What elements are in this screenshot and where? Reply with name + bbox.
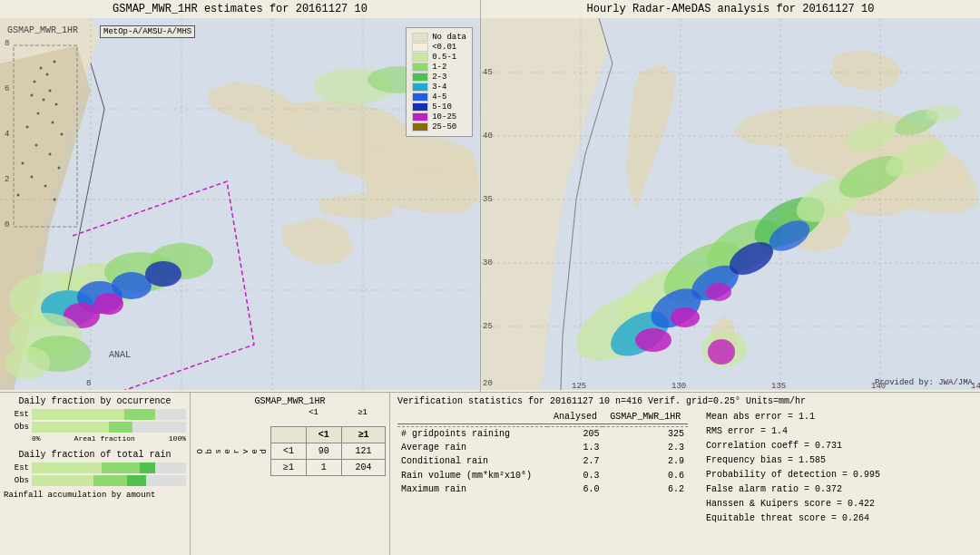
rms-error: RMS error = 1.4: [706, 424, 973, 439]
obs-rain-fill: [32, 475, 93, 486]
legend-color-5-10: [412, 102, 428, 112]
svg-text:0: 0: [5, 220, 9, 229]
est-rain-track: [32, 462, 186, 473]
svg-point-47: [5, 346, 50, 379]
est-rain-row: Est: [4, 462, 186, 473]
obs-rain-track: [32, 475, 186, 486]
legend-color-nodata: [412, 33, 428, 42]
est-occ-fill2: [124, 409, 155, 420]
obs-occ-track: [32, 422, 186, 433]
rain-chart-title: Daily fraction of total rain: [4, 450, 186, 460]
verif-header: Verification statistics for 20161127 10 …: [397, 396, 973, 406]
legend-item-5-10: 5-10: [412, 102, 466, 112]
verif-row-1: Average rain 1.3 2.3: [397, 441, 688, 454]
empty-header: [271, 427, 307, 443]
verif-label-2: Conditional rain: [397, 454, 547, 468]
svg-point-23: [52, 122, 54, 124]
verif-val-analysed-0: 205: [547, 427, 603, 442]
verif-content: Analysed GSMAP_MWR_1HR # gridpoints rain…: [397, 410, 973, 526]
svg-point-14: [40, 67, 43, 70]
legend-item-3-4: 3-4: [412, 83, 466, 92]
stats-right-section: Mean abs error = 1.1 RMS error = 1.4 Cor…: [688, 410, 973, 526]
obs-label-rain: Obs: [4, 476, 29, 485]
legend-label-05-1: 0.5-1: [432, 53, 456, 62]
legend-item-25-50: 25-50: [412, 122, 466, 131]
occurrence-chart: Est Obs 0% Areal fraction 10: [4, 409, 186, 443]
rainfall-accum-label: Rainfall accumulation by amount: [4, 491, 186, 500]
svg-text:135: 135: [771, 382, 786, 390]
svg-point-92: [926, 104, 962, 122]
bottom-row: Daily fraction by occurrence Est Obs: [0, 392, 980, 555]
svg-point-33: [54, 199, 56, 201]
svg-point-42: [145, 261, 181, 287]
occ-axis-end: 100%: [169, 434, 186, 443]
obs-label-occ: Obs: [4, 423, 29, 432]
row-label-lt1: <1: [271, 443, 307, 460]
svg-point-85: [635, 328, 671, 352]
legend-label-2-3: 2-3: [432, 73, 446, 82]
svg-text:4: 4: [5, 130, 9, 139]
contingency-subheader: <1 ≥1: [194, 408, 386, 417]
bottom-left-panel: Daily fraction by occurrence Est Obs: [0, 393, 191, 555]
maps-row: GSMAP_MWR_1HR estimates for 20161127 10 …: [0, 0, 980, 392]
hanssen-kuipers: Hanssen & Kuipers score = 0.422: [706, 497, 973, 511]
svg-text:30: 30: [483, 258, 493, 268]
svg-point-28: [22, 162, 24, 165]
main-container: GSMAP_MWR_1HR estimates for 20161127 10 …: [0, 0, 980, 555]
left-map-title: GSMAP_MWR_1HR estimates for 20161127 10: [0, 0, 480, 18]
verif-val-gsmap-1: 2.3: [603, 441, 688, 454]
est-occ-fill: [32, 409, 124, 420]
equitable-threat: Equitable threat score = 0.264: [706, 511, 973, 526]
svg-text:8: 8: [5, 39, 9, 48]
verif-val-analysed-3: 0.3: [547, 468, 603, 482]
contingency-inner: <1 ≥1 <1 90 121 ≥1: [270, 426, 386, 476]
verif-label-3: Rain volume (mm*km²x10⁶): [397, 468, 547, 482]
occ-axis: 0% Areal fraction 100%: [4, 434, 186, 443]
legend-color-1-2: [412, 63, 428, 72]
est-rain-fill3: [140, 462, 155, 473]
verif-label-4: Maximum rain: [397, 482, 547, 496]
provided-by-label: Provided by: JWA/JMA: [875, 378, 973, 387]
rain-chart: Est Obs: [4, 462, 186, 486]
legend-label-001: <0.01: [432, 43, 456, 52]
col-lt1: <1: [309, 408, 318, 417]
legend-label-3-4: 3-4: [432, 83, 446, 92]
prob-detection: Probability of detection = 0.995: [706, 468, 973, 482]
legend-item-001: <0.01: [412, 43, 466, 52]
right-map-canvas: 45 40 35 30 25 20 125 130 135 140 145: [481, 18, 980, 392]
legend-label-25-50: 25-50: [432, 122, 456, 131]
left-map-panel: GSMAP_MWR_1HR estimates for 20161127 10 …: [0, 0, 481, 392]
svg-point-16: [34, 81, 36, 83]
row-lt1: <1 90 121: [271, 443, 386, 460]
observed-vertical-label: Observed: [194, 447, 270, 455]
legend-item-05-1: 0.5-1: [412, 53, 466, 62]
verif-col-metric: [397, 410, 547, 424]
legend-label-4-5: 4-5: [432, 92, 446, 102]
svg-text:45: 45: [483, 68, 493, 77]
contingency-panel: GSMAP_MWR_1HR <1 ≥1 Observed <1 ≥1: [191, 393, 390, 555]
legend-item-10-25: 10-25: [412, 112, 466, 122]
freq-bias: Frequency bias = 1.585: [706, 453, 973, 468]
cell-br: 204: [341, 460, 385, 476]
legend-color-2-3: [412, 73, 428, 82]
est-rain-fill2: [102, 462, 141, 473]
svg-text:130: 130: [671, 382, 686, 390]
legend-color-4-5: [412, 92, 428, 102]
verif-val-analysed-1: 1.3: [547, 441, 603, 454]
occ-chart-title: Daily fraction by occurrence: [4, 396, 186, 406]
cell-tl: 90: [306, 443, 341, 460]
anal-label: ANAL: [109, 350, 131, 360]
legend-item-nodata: No data: [412, 33, 466, 42]
verif-val-gsmap-4: 6.2: [603, 482, 688, 496]
est-rain-fill: [32, 462, 102, 473]
map-legend: No data <0.01 0.5-1 1-2 2-3: [406, 27, 473, 137]
row-label-ge1: ≥1: [271, 460, 307, 476]
verif-val-gsmap-0: 325: [603, 427, 688, 442]
svg-text:2: 2: [5, 175, 9, 184]
obs-occ-fill2: [109, 422, 132, 433]
verif-val-gsmap-2: 2.9: [603, 454, 688, 468]
cell-tr: 121: [341, 443, 385, 460]
stats-right-content: Mean abs error = 1.1 RMS error = 1.4 Cor…: [706, 410, 973, 526]
satellite-label: MetOp-A/AMSU-A/MHS: [100, 25, 195, 38]
col-header-lt1: <1: [306, 427, 341, 443]
